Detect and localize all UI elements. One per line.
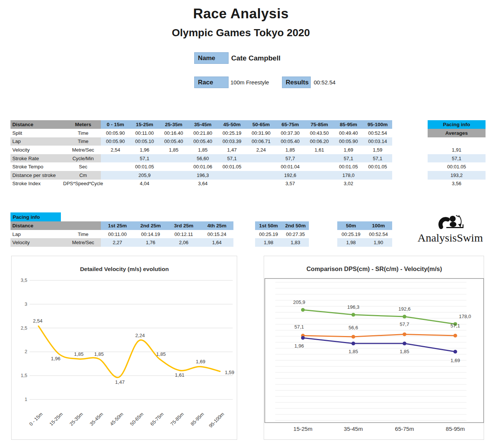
segment-column-header: 65-75m [276,120,305,129]
metric-value [246,154,276,163]
pacing-column-header: 2nd 50m [282,221,309,230]
metric-value: 57,7 [276,154,305,163]
metric-value [159,154,188,163]
average-value: 1,91 [428,146,486,154]
row-label: Velocity [10,238,65,246]
metric-value: 3,57 [276,180,305,188]
metric-value: 3,64 [188,180,217,188]
athlete-name: Cate Campbell [231,52,280,64]
metric-value [246,162,276,171]
data-point [301,336,305,340]
lap-value: 00:11.00 [101,230,134,238]
average-value [428,137,486,146]
pacing-column-header: 4th 25m [200,221,233,230]
data-label: 57,7 [400,321,409,327]
metric-value: 00:05.40 [276,137,305,146]
metric-value: 2,54 [101,146,130,154]
metric-value [217,180,246,188]
distance-header: Distance [10,221,101,230]
metric-value: 1,85 [188,146,217,154]
name-label: Name [194,52,229,64]
metric-value: 00:01.05 [334,162,363,171]
metric-value: 57,1 [363,154,392,163]
metric-value: 00:31.90 [246,129,276,137]
metric-unit: Time [65,129,101,137]
metric-value: 00:03.39 [217,137,246,146]
velocity-value: 1,64 [200,238,233,246]
metric-value: 00:49.40 [334,129,363,137]
data-point [453,350,457,354]
metric-value [246,171,276,180]
metric-value: 192,6 [276,171,305,180]
x-axis-label: 25-35m [68,411,84,427]
x-axis-label: 65-75m [149,411,165,427]
data-label: 2,24 [135,333,145,338]
metric-value: 00:01.05 [217,162,246,171]
series-line-2 [303,338,455,352]
chart2-title: Comparison DPS(cm) - SR(c/m) - Velocity(… [306,265,442,272]
metric-value: 00:11.00 [130,129,159,137]
y-tick-label: 3 [25,302,27,307]
x-axis-label: 50-65m [129,411,145,427]
y-tick-label: 2 [25,349,27,354]
metric-value: 00:21.80 [188,129,217,137]
metric-value: 00:37.30 [276,129,305,137]
pacing-column-header: 1st 50m [255,221,282,230]
data-label: 1,47 [115,379,124,385]
segment-column-header: 50-65m [246,120,276,129]
data-label: 192,6 [399,306,411,312]
y-tick-label: 3,5 [21,278,27,283]
segment-column-header: 45-50m [217,120,246,129]
pacing-column-header: 2nd 25m [134,221,167,230]
race-value: 100m Freestyle [230,77,269,88]
lap-value: 00:12.11 [167,230,201,238]
swimmer-icon [435,214,466,231]
metric-value: 196,3 [188,171,217,180]
metric-value: 178,0 [334,171,363,180]
metric-value: 57,1 [334,154,363,163]
data-label: 1,59 [225,370,234,375]
x-axis-label: 45-50m [109,411,124,427]
data-point [351,313,355,317]
metric-label: Stroke Rate [10,154,65,163]
lap-value: 00:27.35 [282,230,309,238]
segment-column-header: 85-95m [334,120,363,129]
metric-value [305,162,334,171]
data-label: 1,85 [400,349,409,354]
row-unit: Metre/Sec [65,238,101,246]
metric-label: Distance per stroke [10,171,65,180]
metric-value [101,180,130,188]
metric-value [159,162,188,171]
metric-value: 00:05.40 [159,137,188,146]
y-tick-label: 1,5 [21,373,27,378]
metric-value: 4,04 [130,180,159,188]
metric-value: 00:01.06 [188,162,217,171]
results-label: Results [282,77,311,88]
metric-unit: Cycle/Min [65,154,101,163]
race-label: Race [194,77,229,88]
metric-value: 57,1 [130,154,159,163]
metric-value [305,154,334,163]
velocity-value: 2,06 [167,238,201,246]
row-label: Lap [10,230,65,238]
pacing-averages-column: Pacing infoAverages1,9157,100:01.05193,2… [428,120,486,188]
pacing-column-header: 1st 25m [101,221,134,230]
row-unit: Time [65,230,101,238]
metric-value [217,171,246,180]
metric-unit: DPS*Speed*Cycle [65,180,101,188]
metric-label: Stroke Index [10,180,65,188]
metric-label: Split [10,129,65,137]
metric-value: 1,47 [217,146,246,154]
series-line-0 [303,310,455,324]
metric-value: 00:16.40 [159,129,188,137]
x-axis-label: 65-75m [395,426,414,432]
data-label: 178,0 [459,314,471,319]
data-label: 57,1 [294,324,304,330]
lap-value: 00:25.19 [337,230,365,238]
page-subtitle: Olympic Games Tokyo 2020 [0,27,482,39]
comparison-chart-svg: Comparison DPS(cm) - SR(c/m) - Velocity(… [264,256,484,440]
data-label: 196,3 [347,304,360,310]
pacing-table-50m: 1st 50m2nd 50m00:25.1900:27.351,981,83 [255,221,309,247]
metric-value [159,180,188,188]
metric-unit: Cm [65,171,101,180]
